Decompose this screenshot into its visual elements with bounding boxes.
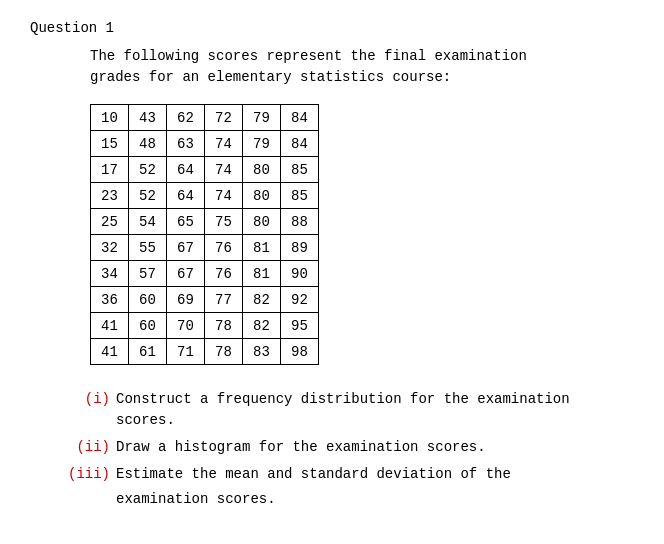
table-cell: 43	[129, 105, 167, 131]
table-cell: 88	[281, 209, 319, 235]
table-row: 235264748085	[91, 183, 319, 209]
table-cell: 34	[91, 261, 129, 287]
table-cell: 98	[281, 339, 319, 365]
table-cell: 85	[281, 157, 319, 183]
table-cell: 79	[243, 105, 281, 131]
table-row: 366069778292	[91, 287, 319, 313]
table-cell: 80	[243, 183, 281, 209]
part-iii-continued: examination scores.	[116, 491, 634, 507]
table-cell: 60	[129, 313, 167, 339]
table-cell: 67	[167, 261, 205, 287]
table-cell: 71	[167, 339, 205, 365]
parts-section: (i) Construct a frequency distribution f…	[60, 389, 634, 507]
table-cell: 61	[129, 339, 167, 365]
table-cell: 63	[167, 131, 205, 157]
table-cell: 23	[91, 183, 129, 209]
table-cell: 69	[167, 287, 205, 313]
table-cell: 95	[281, 313, 319, 339]
table-cell: 41	[91, 339, 129, 365]
table-cell: 78	[205, 313, 243, 339]
part-i-label: (i)	[60, 389, 110, 431]
table-cell: 55	[129, 235, 167, 261]
scores-table: 1043627279841548637479841752647480852352…	[90, 104, 319, 365]
intro-text: The following scores represent the final…	[90, 46, 634, 88]
table-row: 255465758088	[91, 209, 319, 235]
question-container: Question 1 The following scores represen…	[30, 20, 634, 507]
table-cell: 82	[243, 313, 281, 339]
table-cell: 25	[91, 209, 129, 235]
table-row: 175264748085	[91, 157, 319, 183]
table-cell: 80	[243, 209, 281, 235]
table-row: 416171788398	[91, 339, 319, 365]
table-cell: 67	[167, 235, 205, 261]
table-cell: 64	[167, 183, 205, 209]
scores-table-container: 1043627279841548637479841752647480852352…	[90, 104, 319, 365]
part-iii: (iii) Estimate the mean and standard dev…	[60, 464, 634, 485]
table-cell: 15	[91, 131, 129, 157]
intro-line1: The following scores represent the final…	[90, 48, 527, 64]
table-cell: 76	[205, 261, 243, 287]
table-cell: 74	[205, 183, 243, 209]
table-cell: 72	[205, 105, 243, 131]
table-row: 104362727984	[91, 105, 319, 131]
table-cell: 74	[205, 131, 243, 157]
table-cell: 57	[129, 261, 167, 287]
table-cell: 74	[205, 157, 243, 183]
table-cell: 52	[129, 157, 167, 183]
part-ii-label: (ii)	[60, 437, 110, 458]
table-cell: 84	[281, 131, 319, 157]
table-cell: 52	[129, 183, 167, 209]
table-cell: 85	[281, 183, 319, 209]
table-cell: 84	[281, 105, 319, 131]
table-cell: 89	[281, 235, 319, 261]
table-cell: 77	[205, 287, 243, 313]
part-i: (i) Construct a frequency distribution f…	[60, 389, 634, 431]
part-ii-text: Draw a histogram for the examination sco…	[116, 437, 634, 458]
intro-line2: grades for an elementary statistics cour…	[90, 69, 451, 85]
table-cell: 32	[91, 235, 129, 261]
table-cell: 79	[243, 131, 281, 157]
table-cell: 83	[243, 339, 281, 365]
table-cell: 60	[129, 287, 167, 313]
table-cell: 76	[205, 235, 243, 261]
part-ii: (ii) Draw a histogram for the examinatio…	[60, 437, 634, 458]
table-row: 325567768189	[91, 235, 319, 261]
table-cell: 36	[91, 287, 129, 313]
part-iii-text: Estimate the mean and standard deviation…	[116, 464, 634, 485]
table-row: 345767768190	[91, 261, 319, 287]
table-cell: 65	[167, 209, 205, 235]
table-cell: 64	[167, 157, 205, 183]
table-cell: 82	[243, 287, 281, 313]
table-cell: 41	[91, 313, 129, 339]
table-cell: 90	[281, 261, 319, 287]
table-cell: 62	[167, 105, 205, 131]
table-cell: 80	[243, 157, 281, 183]
table-row: 154863747984	[91, 131, 319, 157]
table-cell: 48	[129, 131, 167, 157]
table-cell: 75	[205, 209, 243, 235]
table-cell: 10	[91, 105, 129, 131]
table-row: 416070788295	[91, 313, 319, 339]
question-label: Question 1	[30, 20, 634, 36]
table-cell: 54	[129, 209, 167, 235]
table-cell: 70	[167, 313, 205, 339]
table-cell: 92	[281, 287, 319, 313]
table-cell: 81	[243, 261, 281, 287]
table-cell: 78	[205, 339, 243, 365]
part-iii-label: (iii)	[60, 464, 110, 485]
table-cell: 17	[91, 157, 129, 183]
table-cell: 81	[243, 235, 281, 261]
part-i-text: Construct a frequency distribution for t…	[116, 389, 634, 431]
